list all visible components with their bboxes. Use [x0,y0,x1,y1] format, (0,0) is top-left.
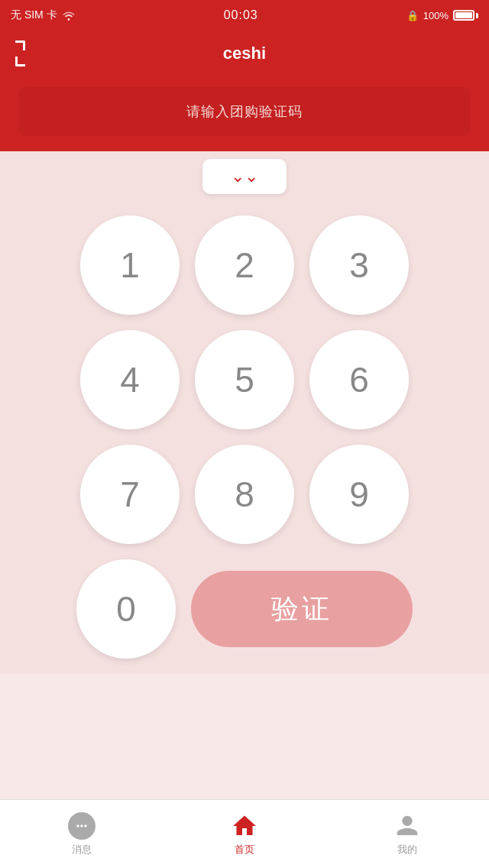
key-3[interactable]: 3 [309,215,409,315]
header: ceshi [0,31,489,76]
messages-icon [68,812,96,840]
status-right: 🔒 100% [406,10,478,21]
tab-home-label: 首页 [235,843,254,857]
home-icon [231,812,258,840]
tab-messages-label: 消息 [72,843,92,857]
signal-text: 无 SIM 卡 [11,8,57,22]
wifi-icon [62,10,76,21]
keypad-panel: ⌄⌄ 1 2 3 4 5 6 7 8 9 0 验证 [0,151,489,674]
tab-profile[interactable]: 我的 [326,812,489,857]
profile-icon [393,812,421,840]
key-2[interactable]: 2 [195,215,294,315]
status-bar: 无 SIM 卡 00:03 🔒 100% [0,0,489,31]
key-1[interactable]: 1 [80,215,180,315]
svg-point-2 [84,824,86,827]
key-6[interactable]: 6 [309,330,409,429]
input-area: 请输入团购验证码 [0,76,489,151]
key-0[interactable]: 0 [76,559,176,659]
chevron-down-icon: ⌄⌄ [231,168,258,185]
key-9[interactable]: 9 [309,445,409,544]
tab-bar: 消息 首页 我的 [0,799,489,868]
battery-percent: 100% [423,10,449,21]
tab-profile-label: 我的 [397,843,417,857]
key-8[interactable]: 8 [195,445,294,544]
verification-input[interactable]: 请输入团购验证码 [18,87,471,136]
key-5[interactable]: 5 [195,330,294,429]
tab-messages[interactable]: 消息 [0,812,163,857]
number-grid: 1 2 3 4 5 6 7 8 9 [80,215,409,544]
key-4[interactable]: 4 [80,330,180,429]
key-7[interactable]: 7 [80,445,180,544]
svg-point-0 [76,824,79,827]
bottom-row: 0 验证 [76,559,413,659]
status-left: 无 SIM 卡 [11,8,76,22]
tab-home[interactable]: 首页 [163,812,325,857]
time-display: 00:03 [224,8,258,22]
chevron-button[interactable]: ⌄⌄ [202,159,287,194]
page-title: ceshi [223,44,266,63]
lock-icon: 🔒 [406,10,419,21]
svg-point-1 [80,824,83,827]
verify-button[interactable]: 验证 [191,571,413,647]
scan-button[interactable] [15,40,41,66]
battery-icon [453,10,478,21]
